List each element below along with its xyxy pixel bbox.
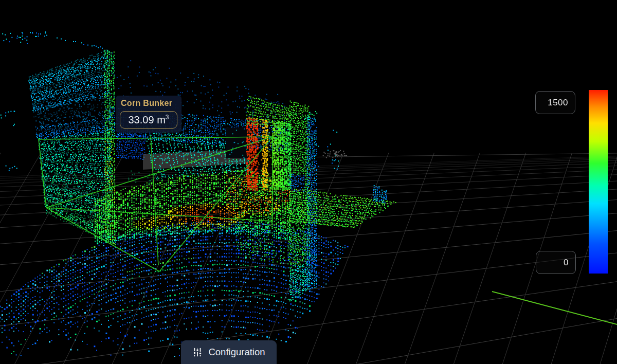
pointcloud-viewport[interactable] bbox=[0, 0, 617, 364]
volume-unit-exponent: 3 bbox=[166, 114, 169, 121]
colorbar-min-label: 0 bbox=[564, 258, 569, 268]
volume-unit: m bbox=[157, 114, 166, 125]
sliders-icon bbox=[192, 347, 203, 357]
volume-tooltip: Corn Bunker 33.09 m3 bbox=[116, 96, 182, 133]
colorbar-max-input[interactable]: 1500 bbox=[535, 91, 575, 114]
configuration-label: Configuration bbox=[208, 347, 265, 358]
volume-value: 33.09 bbox=[129, 114, 154, 125]
volume-value-box: 33.09 m3 bbox=[120, 111, 177, 129]
colorbar-min-input[interactable]: 0 bbox=[536, 251, 576, 274]
height-colorbar bbox=[589, 90, 608, 274]
tooltip-title: Corn Bunker bbox=[116, 98, 182, 110]
pointcloud-app: Corn Bunker 33.09 m3 1500 0 bbox=[0, 0, 617, 364]
configuration-button[interactable]: Configuration bbox=[181, 340, 277, 364]
colorbar-max-label: 1500 bbox=[548, 98, 568, 108]
